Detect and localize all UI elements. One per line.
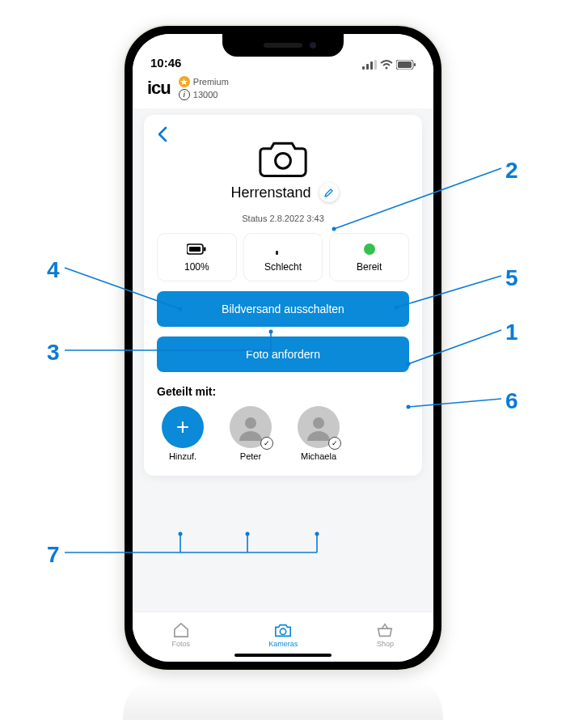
- nav-shop-label: Shop: [377, 640, 394, 648]
- shared-user[interactable]: ✓ Peter: [225, 406, 277, 461]
- credits-value: 13000: [193, 90, 218, 99]
- svg-point-4: [386, 67, 388, 70]
- camera-hero: Herrenstand: [157, 126, 409, 202]
- avatar-icon: ✓: [230, 406, 272, 448]
- phone-frame: 10:46 icu Premium: [123, 24, 443, 671]
- svg-rect-10: [189, 247, 201, 252]
- svg-rect-0: [362, 66, 365, 70]
- nav-photos[interactable]: Fotos: [172, 622, 191, 648]
- svg-rect-1: [366, 64, 369, 70]
- shared-user[interactable]: ✓ Michaela: [293, 406, 344, 461]
- app-header: icu Premium i 13000: [133, 73, 433, 108]
- signal-icon: [276, 242, 290, 256]
- svg-point-13: [313, 417, 324, 429]
- annotation-4: 4: [47, 257, 60, 283]
- nav-photos-label: Fotos: [172, 640, 191, 648]
- edit-name-button[interactable]: [319, 183, 339, 202]
- battery-value: 100%: [184, 261, 209, 273]
- pencil-icon: [324, 188, 334, 197]
- svg-point-12: [245, 417, 256, 429]
- shared-user-name: Michaela: [301, 451, 336, 461]
- share-title: Geteilt mit:: [157, 385, 409, 398]
- avatar-icon: ✓: [298, 406, 340, 448]
- camera-icon: [259, 138, 307, 178]
- content-area: Herrenstand Status 2.8.2022 3:43: [133, 108, 433, 655]
- annotation-5: 5: [505, 265, 518, 291]
- annotation-6: 6: [505, 388, 518, 414]
- ready-value: Bereit: [357, 261, 382, 273]
- screen: 10:46 icu Premium: [133, 34, 433, 662]
- tier-label: Premium: [193, 77, 229, 87]
- app-logo: icu: [147, 78, 171, 99]
- phone-reflection: [123, 671, 443, 720]
- shared-user-name: Peter: [240, 451, 261, 461]
- disable-transfer-button[interactable]: Bildversand ausschalten: [157, 291, 409, 327]
- camera-name: Herrenstand: [230, 184, 310, 201]
- svg-rect-3: [374, 60, 377, 70]
- tier-row: Premium: [179, 76, 229, 87]
- svg-point-8: [276, 153, 291, 168]
- wifi-icon: [380, 60, 393, 70]
- svg-point-14: [281, 629, 286, 634]
- add-share-label: Hinzuf.: [169, 451, 196, 461]
- stats-row: 100% Schlecht Bereit: [157, 233, 409, 281]
- battery-small-icon: [187, 242, 206, 256]
- svg-rect-11: [204, 248, 206, 252]
- cellular-icon: [362, 60, 377, 70]
- add-share-button[interactable]: + Hinzuf.: [157, 406, 209, 461]
- status-time: 10:46: [150, 56, 181, 70]
- request-photo-button[interactable]: Foto anfordern: [157, 336, 409, 372]
- nav-cameras-label: Kameras: [268, 640, 298, 648]
- annotation-2: 2: [505, 158, 518, 184]
- signal-value: Schlecht: [264, 261, 302, 273]
- bottom-nav: Fotos Kameras Shop: [133, 612, 433, 662]
- back-button[interactable]: [157, 126, 168, 147]
- plus-icon: +: [162, 406, 204, 448]
- star-icon: [179, 76, 190, 87]
- nav-shop[interactable]: Shop: [376, 622, 394, 648]
- annotation-1: 1: [505, 320, 518, 345]
- share-row: + Hinzuf. ✓ Peter: [157, 406, 409, 461]
- battery-icon: [396, 60, 416, 70]
- camera-nav-icon: [274, 622, 292, 638]
- svg-rect-2: [370, 61, 373, 70]
- info-icon: i: [179, 89, 190, 100]
- annotation-3: 3: [47, 340, 60, 366]
- credits-row: i 13000: [179, 89, 229, 100]
- svg-rect-6: [398, 61, 412, 68]
- battery-stat: 100%: [157, 233, 237, 281]
- status-dot-icon: [364, 243, 375, 255]
- share-section: Geteilt mit: + Hinzuf. ✓: [157, 385, 409, 461]
- camera-card: Herrenstand Status 2.8.2022 3:43: [144, 115, 422, 476]
- status-timestamp: Status 2.8.2022 3:43: [157, 214, 409, 223]
- annotation-7: 7: [47, 542, 60, 568]
- nav-cameras[interactable]: Kameras: [268, 622, 298, 648]
- svg-rect-7: [414, 63, 416, 66]
- check-icon: ✓: [260, 437, 273, 450]
- home-indicator: [234, 654, 332, 657]
- home-icon: [172, 622, 190, 638]
- check-icon: ✓: [328, 437, 341, 450]
- notch: [222, 34, 344, 57]
- ready-stat: Bereit: [329, 233, 409, 281]
- basket-icon: [376, 622, 394, 638]
- signal-stat: Schlecht: [243, 233, 323, 281]
- status-icons: [362, 60, 416, 70]
